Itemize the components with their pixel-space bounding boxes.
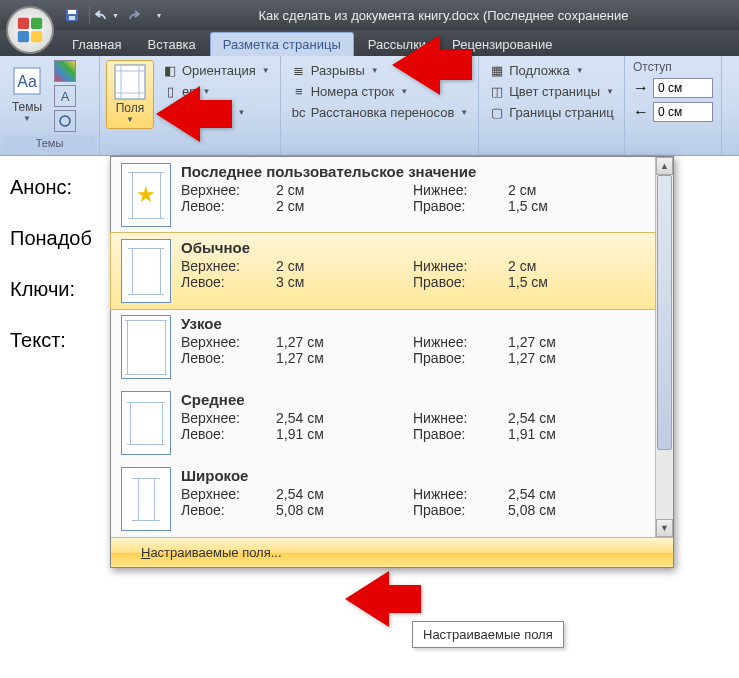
svg-rect-5 [68,10,76,14]
chevron-down-icon: ▼ [126,115,134,124]
themes-label: Темы [12,100,42,114]
redo-button[interactable] [121,4,145,26]
svg-point-9 [60,116,70,126]
hyphenation-icon: bc [291,104,307,120]
orientation-button[interactable]: ◧Ориентация▼ [158,60,274,80]
save-button[interactable] [60,4,84,26]
margins-icon [113,65,147,99]
scroll-up-button[interactable]: ▲ [656,157,673,175]
watermark-label: Подложка [509,63,570,78]
line-numbers-label: Номера строк [311,84,394,99]
dropdown-scrollbar[interactable]: ▲ ▼ [655,157,673,537]
themes-icon: Aa [10,64,44,98]
page-borders-label: Границы страниц [509,105,613,120]
annotation-arrow-icon [392,35,472,99]
page-color-button[interactable]: ◫Цвет страницы▼ [485,81,618,101]
breaks-icon: ≣ [291,62,307,78]
redo-icon [126,9,140,21]
margins-dropdown: ★ Последнее пользовательское значение Ве… [110,156,674,568]
svg-text:Aa: Aa [17,73,37,90]
tab-page-layout[interactable]: Разметка страницы [210,32,354,56]
annotation-arrow-icon [156,86,232,146]
tooltip: Настраиваемые поля [412,621,564,648]
ribbon: Aa Темы ▼ A Темы Поля ▼ ◧Ориентац [0,56,739,156]
annotation-arrow-icon [345,571,421,631]
tab-home[interactable]: Главная [60,33,133,56]
margin-option-narrow[interactable]: Узкое Верхнее:1,27 см Нижнее:1,27 см Лев… [111,309,655,385]
margin-thumb-icon [121,239,171,303]
breaks-label: Разрывы [311,63,365,78]
group-page-background: ▦Подложка▼ ◫Цвет страницы▼ ▢Границы стра… [479,56,625,155]
scroll-down-button[interactable]: ▼ [656,519,673,537]
star-icon: ★ [136,182,156,208]
hyphenation-button[interactable]: bcРасстановка переносов▼ [287,102,472,122]
save-icon [64,7,80,23]
svg-rect-0 [18,18,29,29]
page-color-icon: ◫ [489,83,505,99]
custom-margins-label: Настраиваемые поля... [141,545,282,560]
margin-option-title: Узкое [181,315,645,332]
margin-option-moderate[interactable]: Среднее Верхнее:2,54 см Нижнее:2,54 см Л… [111,385,655,461]
margins-label: Поля [116,101,145,115]
office-logo-icon [15,15,45,45]
margin-option-normal[interactable]: Обычное Верхнее:2 см Нижнее:2 см Левое:3… [110,232,656,310]
margin-option-last-custom[interactable]: ★ Последнее пользовательское значение Ве… [111,157,655,233]
group-themes: Aa Темы ▼ A Темы [0,56,100,155]
undo-button[interactable]: ▼ [95,4,119,26]
theme-fonts-button[interactable]: A [54,85,76,107]
indent-right-input[interactable] [653,102,713,122]
orientation-icon: ◧ [162,62,178,78]
indent-left-input[interactable] [653,78,713,98]
page-borders-icon: ▢ [489,104,505,120]
tab-insert[interactable]: Вставка [135,33,207,56]
svg-marker-15 [392,35,472,95]
margin-option-title: Широкое [181,467,645,484]
quick-access-toolbar: ▼ ▾ [60,4,171,26]
margin-thumb-icon [121,391,171,455]
svg-rect-1 [31,18,42,29]
undo-icon [95,9,111,21]
theme-colors-button[interactable] [54,60,76,82]
indent-left-icon: → [633,79,649,97]
title-bar: ▼ ▾ Как сделать из документа книгу.docx … [0,0,739,30]
group-indent: Отступ → ← [625,56,722,155]
margin-option-title: Последнее пользовательское значение [181,163,645,180]
margin-thumb-icon [121,315,171,379]
svg-marker-16 [156,86,232,142]
group-themes-label: Темы [4,135,95,151]
office-button[interactable] [6,6,54,54]
line-numbers-icon: ≡ [291,83,307,99]
margin-thumb-icon: ★ [121,163,171,227]
watermark-button[interactable]: ▦Подложка▼ [485,60,618,80]
document-title: Как сделать из документа книгу.docx (Пос… [259,8,629,23]
svg-rect-6 [69,16,75,20]
chevron-down-icon: ▼ [23,114,31,123]
page-color-label: Цвет страницы [509,84,600,99]
svg-rect-3 [31,31,42,42]
page-borders-button[interactable]: ▢Границы страниц [485,102,618,122]
margin-option-title: Обычное [181,239,645,256]
orientation-label: Ориентация [182,63,256,78]
hyphenation-label: Расстановка переносов [311,105,455,120]
watermark-icon: ▦ [489,62,505,78]
indent-heading: Отступ [633,60,713,74]
svg-marker-17 [345,571,421,627]
custom-margins-button[interactable]: Настраиваемые поля... [111,537,673,567]
qat-customize-button[interactable]: ▾ [147,4,171,26]
scroll-thumb[interactable] [657,175,672,450]
svg-rect-10 [115,65,145,99]
margin-thumb-icon [121,467,171,531]
margins-button[interactable]: Поля ▼ [106,60,154,129]
margin-option-wide[interactable]: Широкое Верхнее:2,54 см Нижнее:2,54 см Л… [111,461,655,537]
ribbon-tabs: Главная Вставка Разметка страницы Рассыл… [0,30,739,56]
theme-effects-button[interactable] [54,110,76,132]
indent-right-icon: ← [633,103,649,121]
margin-option-title: Среднее [181,391,645,408]
themes-button[interactable]: Aa Темы ▼ [4,60,50,127]
svg-rect-2 [18,31,29,42]
